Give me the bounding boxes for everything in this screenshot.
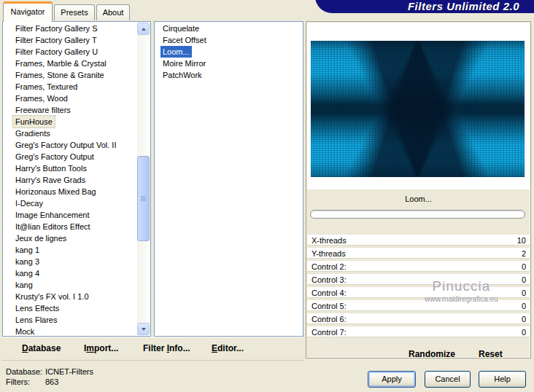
app-title-banner: Filters Unlimited 2.0 — [315, 0, 534, 13]
filters-count-label: Filters: — [6, 377, 45, 387]
scrollbar-track[interactable] — [137, 23, 150, 335]
progress-bar — [310, 210, 525, 219]
slider-value: 0 — [522, 274, 526, 284]
slider-row[interactable]: Control 2: 0 — [307, 260, 530, 272]
label-text: Filter — [143, 343, 167, 353]
category-listbox[interactable]: Filter Factory Gallery SFilter Factory G… — [2, 21, 151, 337]
list-item[interactable]: I-Decay — [13, 197, 45, 209]
slider-label: Control 2: — [312, 261, 347, 271]
list-item[interactable]: Harry's Button Tools — [13, 162, 89, 174]
slider-row[interactable]: Control 4: 0 — [307, 286, 530, 298]
slider-value: 2 — [522, 248, 526, 258]
help-button[interactable]: Help — [479, 371, 526, 388]
list-item[interactable]: Horizonaus Mixed Bag — [13, 186, 98, 197]
slider-label: Y-threads — [312, 248, 346, 258]
slider-label: Control 7: — [312, 326, 347, 337]
database-button[interactable]: Database — [22, 337, 61, 360]
list-item[interactable]: Loom... — [160, 46, 192, 58]
tab-about[interactable]: About — [96, 4, 130, 20]
list-item[interactable]: Moire Mirror — [160, 58, 208, 69]
database-status-value: ICNET-Filters — [45, 366, 93, 377]
slider-value: 0 — [522, 287, 526, 297]
list-item[interactable]: Cirquelate — [160, 23, 201, 34]
list-item[interactable]: Frames, Marble & Crystal — [13, 58, 109, 69]
filter-settings-panel: Loom... X-threads 10 Y-threads 2 Control… — [306, 21, 531, 358]
list-item[interactable]: kang 1 — [13, 244, 42, 256]
slider-row[interactable]: Control 6: 0 — [307, 313, 530, 324]
access-key: m — [86, 343, 94, 353]
chevron-down-icon — [142, 328, 146, 331]
list-item[interactable]: Lens Flares — [13, 314, 59, 326]
list-item[interactable]: FunHouse — [13, 116, 55, 128]
list-item[interactable]: Greg's Factory Output Vol. II — [13, 139, 118, 151]
list-item[interactable]: Image Enhancement — [13, 209, 92, 221]
tab-presets[interactable]: Presets — [54, 4, 95, 20]
reset-button[interactable]: Reset — [479, 343, 503, 366]
list-item[interactable]: Filter Factory Gallery U — [13, 46, 100, 58]
chevron-up-icon — [142, 28, 146, 31]
cancel-button[interactable]: Cancel — [425, 371, 471, 388]
label-text: nfo... — [169, 343, 190, 353]
import-button[interactable]: Import... — [84, 337, 118, 360]
access-key: D — [22, 343, 28, 353]
tab-navigator[interactable]: Navigator — [3, 1, 53, 22]
slider-value: 0 — [522, 261, 526, 271]
slider-row[interactable]: Control 3: 0 — [307, 273, 530, 285]
filter-info-button[interactable]: Filter Info... — [143, 337, 190, 360]
slider-value: 10 — [517, 235, 526, 245]
list-item[interactable]: Jeux de lignes — [13, 232, 69, 244]
slider-label: Control 5: — [312, 300, 347, 310]
list-item[interactable]: Greg's Factory Output — [13, 151, 96, 162]
scroll-up-button[interactable] — [137, 23, 150, 35]
scroll-down-button[interactable] — [137, 323, 150, 335]
status-block: Database: ICNET-Filters Filters: 863 — [6, 366, 93, 387]
command-bar: Database Import... Filter Info... Editor… — [1, 337, 303, 361]
slider-label: Control 6: — [312, 313, 347, 324]
category-scrollbar[interactable] — [138, 22, 150, 336]
slider-value: 0 — [522, 313, 526, 324]
list-item[interactable]: Filter Factory Gallery T — [13, 34, 99, 46]
list-item[interactable]: Facet Offset — [160, 34, 209, 46]
list-item[interactable]: Filter Factory Gallery S — [13, 23, 99, 34]
slider-row[interactable]: Control 5: 0 — [307, 299, 530, 311]
slider-value: 0 — [522, 300, 526, 310]
list-item[interactable]: PatchWork — [160, 69, 204, 81]
slider-label: Control 4: — [312, 287, 347, 297]
filter-listbox[interactable]: CirquelateFacet OffsetLoom...Moire Mirro… — [154, 21, 303, 337]
list-item[interactable]: Lens Effects — [13, 302, 61, 314]
list-item[interactable]: Frames, Stone & Granite — [13, 69, 107, 81]
scrollbar-thumb[interactable] — [137, 156, 150, 241]
preview-image[interactable] — [311, 41, 525, 177]
label-text: ditor... — [217, 343, 244, 353]
database-status-label: Database: — [6, 366, 45, 377]
list-item[interactable]: Gradients — [13, 128, 53, 139]
slider-row[interactable]: Y-threads 2 — [307, 247, 530, 259]
list-item[interactable]: Frames, Wood — [13, 93, 70, 104]
filter-name-caption: Loom... — [306, 194, 530, 205]
label-text: port... — [94, 343, 118, 353]
list-item[interactable]: kang 4 — [13, 267, 42, 279]
label-text: atabase — [28, 343, 61, 353]
access-key: E — [212, 343, 217, 353]
editor-button[interactable]: Editor... — [212, 337, 244, 360]
list-item[interactable]: Frames, Textured — [13, 81, 80, 93]
list-item[interactable]: Mock — [13, 326, 36, 337]
list-item[interactable]: Krusty's FX vol. I 1.0 — [13, 291, 91, 302]
list-item[interactable]: Freeware filters — [13, 104, 73, 116]
slider-value: 0 — [522, 326, 526, 337]
slider-row[interactable]: Control 7: 0 — [307, 326, 530, 337]
randomize-button[interactable]: Randomize — [409, 343, 455, 366]
list-item[interactable]: Harry's Rave Grads — [13, 174, 88, 186]
slider-label: Control 3: — [312, 274, 347, 284]
slider-list: X-threads 10 Y-threads 2 Control 2: 0 Co… — [307, 234, 530, 339]
apply-button[interactable]: Apply — [368, 371, 416, 388]
preview-area — [307, 23, 530, 189]
filters-count-value: 863 — [45, 377, 58, 387]
slider-row[interactable]: X-threads 10 — [307, 234, 530, 246]
list-item[interactable]: kang 3 — [13, 256, 42, 267]
slider-label: X-threads — [312, 235, 347, 245]
list-item[interactable]: It@lian Editors Effect — [13, 221, 93, 232]
list-item[interactable]: kang — [13, 279, 35, 291]
thumb-grip-icon — [141, 196, 146, 201]
